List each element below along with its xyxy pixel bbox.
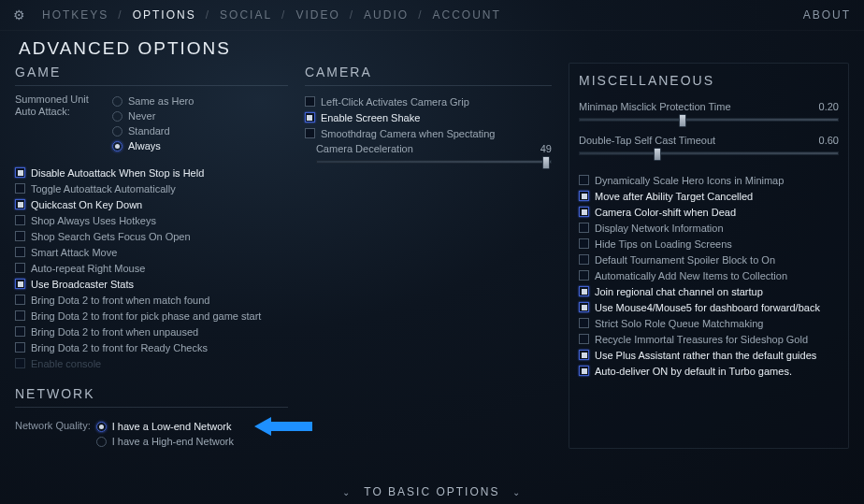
game-option-row[interactable]: Shop Always Uses Hotkeys — [15, 212, 288, 228]
camera-option-row[interactable]: Enable Screen Shake — [305, 109, 552, 125]
misc-option-checkbox[interactable] — [579, 318, 589, 328]
misc-option-row[interactable]: Hide Tips on Loading Screens — [579, 236, 839, 252]
misc-option-row[interactable]: Auto-deliver ON by default in Turbo game… — [579, 363, 839, 379]
game-option-checkbox[interactable] — [15, 310, 25, 321]
misc-option-row[interactable]: Strict Solo Role Queue Matchmaking — [579, 315, 839, 331]
section-network-title: NETWORK — [15, 384, 288, 408]
network-option-radio[interactable] — [96, 422, 107, 432]
summoned-option-row[interactable]: Same as Hero — [112, 94, 194, 108]
misc-option-row[interactable]: Move after Ability Target Cancelled — [579, 188, 839, 204]
misc-slider[interactable] — [579, 151, 839, 155]
game-option-row[interactable]: Shop Search Gets Focus On Open — [15, 228, 288, 244]
summoned-option-radio[interactable] — [112, 141, 122, 151]
misc-option-row[interactable]: Join regional chat channel on startup — [579, 283, 839, 299]
misc-option-checkbox[interactable] — [579, 207, 589, 217]
misc-slider[interactable] — [579, 118, 839, 122]
misc-option-checkbox[interactable] — [579, 270, 589, 281]
camera-option-checkbox[interactable] — [305, 128, 315, 138]
tab-video[interactable]: VIDEO — [295, 8, 339, 22]
misc-option-label: Strict Solo Role Queue Matchmaking — [595, 317, 763, 330]
about-link[interactable]: ABOUT — [803, 8, 851, 22]
misc-option-label: Move after Ability Target Cancelled — [595, 190, 753, 203]
misc-option-row[interactable]: Recycle Immortal Treasures for Sideshop … — [579, 331, 839, 347]
misc-option-row[interactable]: Automatically Add New Items to Collectio… — [579, 267, 839, 283]
misc-option-row[interactable]: Dynamically Scale Hero Icons in Minimap — [579, 172, 839, 188]
tab-social[interactable]: SOCIAL — [220, 8, 272, 22]
misc-option-checkbox[interactable] — [579, 238, 589, 249]
game-option-checkbox[interactable] — [15, 231, 25, 241]
tab-audio[interactable]: AUDIO — [364, 8, 409, 22]
misc-option-label: Display Network Information — [595, 222, 724, 235]
camera-option-checkbox[interactable] — [305, 96, 315, 107]
game-option-checkbox[interactable] — [15, 247, 25, 257]
network-option-radio[interactable] — [96, 437, 107, 447]
game-option-row[interactable]: Bring Dota 2 to front for pick phase and… — [15, 308, 288, 324]
misc-option-checkbox[interactable] — [579, 302, 589, 312]
game-option-row[interactable]: Bring Dota 2 to front when match found — [15, 292, 288, 308]
network-option-row[interactable]: I have a High-end Network — [96, 434, 234, 449]
misc-option-row[interactable]: Default Tournament Spoiler Block to On — [579, 252, 839, 267]
game-option-row[interactable]: Bring Dota 2 to front when unpaused — [15, 324, 288, 339]
misc-option-label: Hide Tips on Loading Screens — [595, 238, 732, 251]
top-nav: ⚙ HOTKEYS/OPTIONS/SOCIAL/VIDEO/AUDIO/ACC… — [0, 0, 864, 31]
game-option-checkbox[interactable] — [15, 167, 25, 178]
game-option-row[interactable]: Smart Attack Move — [15, 244, 288, 260]
game-option-row[interactable]: Disable Autoattack When Stop is Held — [15, 165, 288, 180]
summoned-option-radio[interactable] — [112, 96, 122, 107]
game-option-checkbox[interactable] — [15, 279, 25, 289]
camera-option-row[interactable]: Left-Click Activates Camera Grip — [305, 94, 552, 109]
game-option-checkbox[interactable] — [15, 295, 25, 305]
game-option-label: Shop Always Uses Hotkeys — [31, 214, 156, 227]
misc-option-checkbox[interactable] — [579, 350, 589, 360]
separator: / — [350, 8, 354, 22]
network-option-row[interactable]: I have a Low-end Network — [96, 419, 234, 434]
game-option-row[interactable]: Bring Dota 2 to front for Ready Checks — [15, 339, 288, 355]
misc-option-checkbox[interactable] — [579, 254, 589, 265]
separator: / — [418, 8, 423, 22]
game-option-label: Enable console — [31, 357, 101, 370]
game-option-row[interactable]: Toggle Autoattack Automatically — [15, 180, 288, 196]
misc-option-checkbox[interactable] — [579, 286, 589, 296]
misc-option-checkbox[interactable] — [579, 223, 589, 233]
summoned-option-row[interactable]: Never — [112, 108, 194, 123]
game-option-checkbox[interactable] — [15, 215, 25, 225]
camera-decel-slider[interactable] — [316, 160, 552, 164]
summoned-option-row[interactable]: Standard — [112, 123, 194, 138]
camera-option-row[interactable]: Smoothdrag Camera when Spectating — [305, 125, 552, 141]
tab-options[interactable]: OPTIONS — [133, 8, 196, 22]
game-option-row[interactable]: Quickcast On Key Down — [15, 196, 288, 212]
tab-hotkeys[interactable]: HOTKEYS — [42, 8, 108, 22]
misc-option-checkbox[interactable] — [579, 366, 589, 376]
game-option-checkbox[interactable] — [15, 326, 25, 337]
game-option-row[interactable]: Auto-repeat Right Mouse — [15, 260, 288, 276]
game-option-label: Use Broadcaster Stats — [31, 278, 134, 291]
game-option-label: Quickcast On Key Down — [31, 198, 142, 211]
misc-slider-label: Minimap Misclick Protection Time — [579, 101, 731, 112]
misc-option-row[interactable]: Display Network Information — [579, 220, 839, 236]
misc-slider-label: Double-Tap Self Cast Timeout — [579, 135, 715, 146]
misc-option-checkbox[interactable] — [579, 191, 589, 201]
tab-account[interactable]: ACCOUNT — [432, 8, 500, 22]
game-option-label: Shop Search Gets Focus On Open — [31, 230, 191, 243]
misc-option-checkbox[interactable] — [579, 175, 589, 185]
misc-option-row[interactable]: Camera Color-shift when Dead — [579, 204, 839, 220]
game-option-label: Disable Autoattack When Stop is Held — [31, 166, 204, 180]
misc-option-row[interactable]: Use Plus Assistant rather than the defau… — [579, 347, 839, 363]
game-option-checkbox[interactable] — [15, 199, 25, 209]
misc-option-row[interactable]: Use Mouse4/Mouse5 for dashboard forward/… — [579, 299, 839, 315]
gear-icon[interactable]: ⚙ — [13, 7, 27, 22]
game-option-checkbox[interactable] — [15, 183, 25, 194]
game-option-label: Bring Dota 2 to front when match found — [31, 294, 209, 307]
to-basic-options[interactable]: ⌄ TO BASIC OPTIONS ⌄ — [0, 485, 864, 498]
game-option-row[interactable]: Use Broadcaster Stats — [15, 276, 288, 292]
game-option-checkbox[interactable] — [15, 342, 25, 353]
summoned-option-label: Never — [128, 109, 155, 122]
game-option-row: Enable console — [15, 355, 288, 371]
summoned-option-radio[interactable] — [112, 111, 122, 122]
misc-option-label: Auto-deliver ON by default in Turbo game… — [595, 365, 792, 378]
summoned-option-radio[interactable] — [112, 126, 122, 137]
camera-option-checkbox[interactable] — [305, 112, 315, 122]
misc-option-checkbox[interactable] — [579, 334, 589, 344]
summoned-option-row[interactable]: Always — [112, 138, 194, 153]
game-option-checkbox[interactable] — [15, 263, 25, 273]
